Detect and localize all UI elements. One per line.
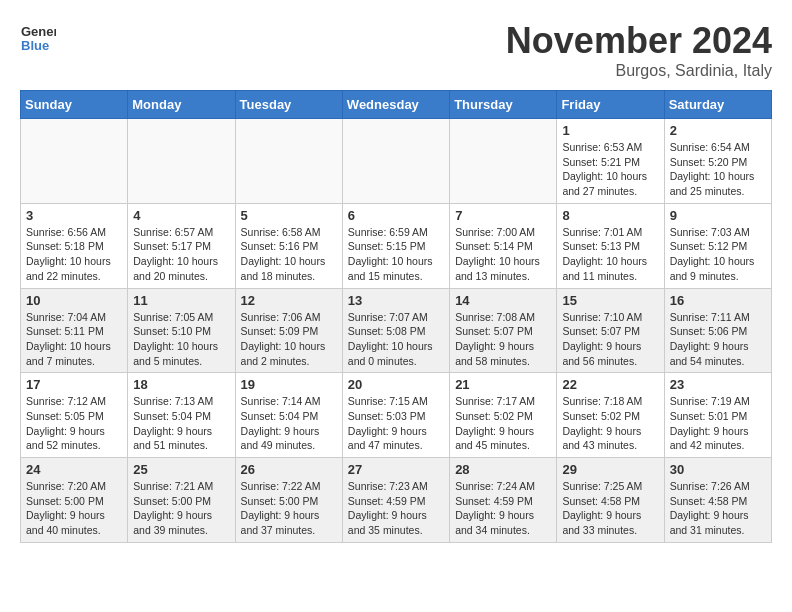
day-info: Sunrise: 6:54 AM Sunset: 5:20 PM Dayligh…: [670, 140, 766, 199]
day-info: Sunrise: 6:57 AM Sunset: 5:17 PM Dayligh…: [133, 225, 229, 284]
day-cell: 9Sunrise: 7:03 AM Sunset: 5:12 PM Daylig…: [664, 203, 771, 288]
header-friday: Friday: [557, 91, 664, 119]
day-number: 17: [26, 377, 122, 392]
logo: General Blue: [20, 20, 56, 56]
day-info: Sunrise: 7:08 AM Sunset: 5:07 PM Dayligh…: [455, 310, 551, 369]
logo-icon: General Blue: [20, 20, 56, 56]
day-cell: 25Sunrise: 7:21 AM Sunset: 5:00 PM Dayli…: [128, 458, 235, 543]
day-number: 9: [670, 208, 766, 223]
day-number: 13: [348, 293, 444, 308]
day-info: Sunrise: 7:14 AM Sunset: 5:04 PM Dayligh…: [241, 394, 337, 453]
day-number: 11: [133, 293, 229, 308]
day-cell: 14Sunrise: 7:08 AM Sunset: 5:07 PM Dayli…: [450, 288, 557, 373]
day-cell: 22Sunrise: 7:18 AM Sunset: 5:02 PM Dayli…: [557, 373, 664, 458]
day-info: Sunrise: 7:26 AM Sunset: 4:58 PM Dayligh…: [670, 479, 766, 538]
day-cell: [450, 119, 557, 204]
week-row-0: 1Sunrise: 6:53 AM Sunset: 5:21 PM Daylig…: [21, 119, 772, 204]
header-sunday: Sunday: [21, 91, 128, 119]
day-cell: 30Sunrise: 7:26 AM Sunset: 4:58 PM Dayli…: [664, 458, 771, 543]
day-info: Sunrise: 7:05 AM Sunset: 5:10 PM Dayligh…: [133, 310, 229, 369]
month-title: November 2024: [506, 20, 772, 62]
day-cell: [342, 119, 449, 204]
day-cell: 12Sunrise: 7:06 AM Sunset: 5:09 PM Dayli…: [235, 288, 342, 373]
day-info: Sunrise: 6:58 AM Sunset: 5:16 PM Dayligh…: [241, 225, 337, 284]
day-number: 4: [133, 208, 229, 223]
day-info: Sunrise: 7:22 AM Sunset: 5:00 PM Dayligh…: [241, 479, 337, 538]
day-cell: 7Sunrise: 7:00 AM Sunset: 5:14 PM Daylig…: [450, 203, 557, 288]
day-cell: 18Sunrise: 7:13 AM Sunset: 5:04 PM Dayli…: [128, 373, 235, 458]
day-number: 23: [670, 377, 766, 392]
day-info: Sunrise: 7:04 AM Sunset: 5:11 PM Dayligh…: [26, 310, 122, 369]
week-row-3: 17Sunrise: 7:12 AM Sunset: 5:05 PM Dayli…: [21, 373, 772, 458]
day-info: Sunrise: 7:12 AM Sunset: 5:05 PM Dayligh…: [26, 394, 122, 453]
day-number: 30: [670, 462, 766, 477]
day-info: Sunrise: 6:56 AM Sunset: 5:18 PM Dayligh…: [26, 225, 122, 284]
day-number: 8: [562, 208, 658, 223]
day-info: Sunrise: 7:15 AM Sunset: 5:03 PM Dayligh…: [348, 394, 444, 453]
day-cell: 1Sunrise: 6:53 AM Sunset: 5:21 PM Daylig…: [557, 119, 664, 204]
day-cell: 24Sunrise: 7:20 AM Sunset: 5:00 PM Dayli…: [21, 458, 128, 543]
day-number: 15: [562, 293, 658, 308]
day-number: 29: [562, 462, 658, 477]
day-cell: 20Sunrise: 7:15 AM Sunset: 5:03 PM Dayli…: [342, 373, 449, 458]
day-info: Sunrise: 7:21 AM Sunset: 5:00 PM Dayligh…: [133, 479, 229, 538]
day-cell: 27Sunrise: 7:23 AM Sunset: 4:59 PM Dayli…: [342, 458, 449, 543]
week-row-1: 3Sunrise: 6:56 AM Sunset: 5:18 PM Daylig…: [21, 203, 772, 288]
day-cell: 16Sunrise: 7:11 AM Sunset: 5:06 PM Dayli…: [664, 288, 771, 373]
title-area: November 2024 Burgos, Sardinia, Italy: [506, 20, 772, 80]
day-info: Sunrise: 6:53 AM Sunset: 5:21 PM Dayligh…: [562, 140, 658, 199]
day-number: 27: [348, 462, 444, 477]
day-info: Sunrise: 7:01 AM Sunset: 5:13 PM Dayligh…: [562, 225, 658, 284]
day-number: 1: [562, 123, 658, 138]
day-number: 18: [133, 377, 229, 392]
day-cell: 10Sunrise: 7:04 AM Sunset: 5:11 PM Dayli…: [21, 288, 128, 373]
day-cell: 6Sunrise: 6:59 AM Sunset: 5:15 PM Daylig…: [342, 203, 449, 288]
day-cell: 3Sunrise: 6:56 AM Sunset: 5:18 PM Daylig…: [21, 203, 128, 288]
header-row: SundayMondayTuesdayWednesdayThursdayFrid…: [21, 91, 772, 119]
day-number: 26: [241, 462, 337, 477]
day-number: 24: [26, 462, 122, 477]
day-info: Sunrise: 7:25 AM Sunset: 4:58 PM Dayligh…: [562, 479, 658, 538]
day-info: Sunrise: 6:59 AM Sunset: 5:15 PM Dayligh…: [348, 225, 444, 284]
day-cell: 5Sunrise: 6:58 AM Sunset: 5:16 PM Daylig…: [235, 203, 342, 288]
header-wednesday: Wednesday: [342, 91, 449, 119]
calendar-table: SundayMondayTuesdayWednesdayThursdayFrid…: [20, 90, 772, 543]
day-info: Sunrise: 7:11 AM Sunset: 5:06 PM Dayligh…: [670, 310, 766, 369]
day-cell: 4Sunrise: 6:57 AM Sunset: 5:17 PM Daylig…: [128, 203, 235, 288]
day-cell: [21, 119, 128, 204]
day-cell: 29Sunrise: 7:25 AM Sunset: 4:58 PM Dayli…: [557, 458, 664, 543]
day-cell: 2Sunrise: 6:54 AM Sunset: 5:20 PM Daylig…: [664, 119, 771, 204]
header-monday: Monday: [128, 91, 235, 119]
day-info: Sunrise: 7:10 AM Sunset: 5:07 PM Dayligh…: [562, 310, 658, 369]
day-info: Sunrise: 7:13 AM Sunset: 5:04 PM Dayligh…: [133, 394, 229, 453]
day-number: 12: [241, 293, 337, 308]
day-number: 20: [348, 377, 444, 392]
day-cell: 11Sunrise: 7:05 AM Sunset: 5:10 PM Dayli…: [128, 288, 235, 373]
day-number: 22: [562, 377, 658, 392]
day-info: Sunrise: 7:19 AM Sunset: 5:01 PM Dayligh…: [670, 394, 766, 453]
day-cell: 19Sunrise: 7:14 AM Sunset: 5:04 PM Dayli…: [235, 373, 342, 458]
day-number: 19: [241, 377, 337, 392]
svg-text:Blue: Blue: [21, 38, 49, 53]
page-header: General Blue November 2024 Burgos, Sardi…: [20, 20, 772, 80]
header-saturday: Saturday: [664, 91, 771, 119]
day-number: 5: [241, 208, 337, 223]
day-cell: 23Sunrise: 7:19 AM Sunset: 5:01 PM Dayli…: [664, 373, 771, 458]
day-cell: [128, 119, 235, 204]
svg-text:General: General: [21, 24, 56, 39]
day-cell: [235, 119, 342, 204]
day-cell: 15Sunrise: 7:10 AM Sunset: 5:07 PM Dayli…: [557, 288, 664, 373]
day-cell: 21Sunrise: 7:17 AM Sunset: 5:02 PM Dayli…: [450, 373, 557, 458]
day-info: Sunrise: 7:23 AM Sunset: 4:59 PM Dayligh…: [348, 479, 444, 538]
day-info: Sunrise: 7:17 AM Sunset: 5:02 PM Dayligh…: [455, 394, 551, 453]
day-cell: 28Sunrise: 7:24 AM Sunset: 4:59 PM Dayli…: [450, 458, 557, 543]
week-row-2: 10Sunrise: 7:04 AM Sunset: 5:11 PM Dayli…: [21, 288, 772, 373]
day-info: Sunrise: 7:06 AM Sunset: 5:09 PM Dayligh…: [241, 310, 337, 369]
day-number: 25: [133, 462, 229, 477]
day-number: 21: [455, 377, 551, 392]
day-number: 2: [670, 123, 766, 138]
day-info: Sunrise: 7:24 AM Sunset: 4:59 PM Dayligh…: [455, 479, 551, 538]
location-title: Burgos, Sardinia, Italy: [506, 62, 772, 80]
day-info: Sunrise: 7:18 AM Sunset: 5:02 PM Dayligh…: [562, 394, 658, 453]
day-cell: 17Sunrise: 7:12 AM Sunset: 5:05 PM Dayli…: [21, 373, 128, 458]
